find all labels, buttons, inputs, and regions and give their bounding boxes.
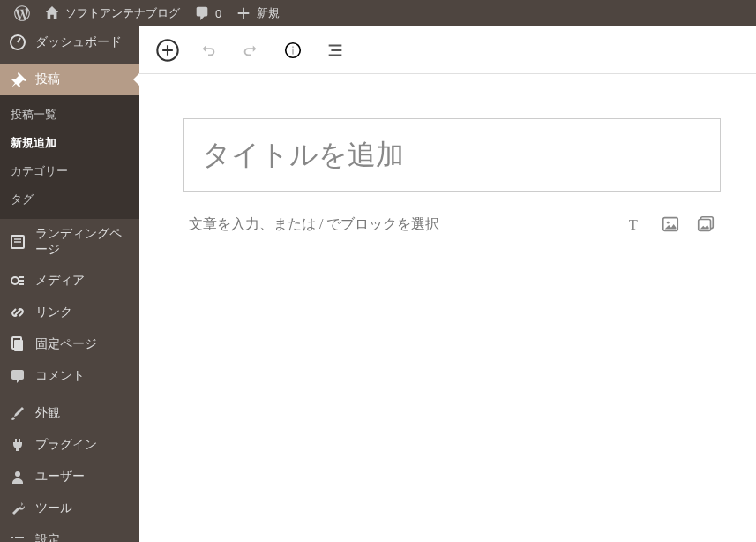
menu-appearance[interactable]: 外観 (0, 397, 139, 429)
new-label: 新規 (257, 5, 280, 21)
gallery-block-icon[interactable] (696, 215, 715, 234)
home-icon (44, 5, 60, 21)
submenu-categories[interactable]: カテゴリー (0, 157, 139, 185)
svg-point-10 (292, 46, 294, 48)
brush-icon (9, 404, 26, 422)
svg-rect-6 (14, 340, 23, 351)
wrench-icon (9, 500, 26, 517)
menu-label: プラグイン (35, 437, 97, 453)
menu-label: ツール (35, 501, 72, 516)
submenu-add-new[interactable]: 新規追加 (0, 129, 139, 157)
comments-link[interactable]: 0 (187, 0, 228, 26)
menu-label: 投稿 (35, 72, 60, 87)
undo-button[interactable] (192, 34, 224, 66)
paragraph-icon[interactable]: T (625, 215, 645, 234)
menu-settings[interactable]: 設定 (0, 524, 139, 542)
pin-icon (9, 71, 26, 88)
menu-label: ランディングページ (35, 226, 131, 258)
plus-icon (236, 5, 251, 21)
menu-links[interactable]: リンク (0, 297, 139, 328)
image-block-icon[interactable] (661, 215, 680, 234)
menu-posts[interactable]: 投稿 (0, 64, 139, 95)
quick-inserter: T (625, 215, 715, 234)
menu-label: メディア (35, 273, 85, 289)
dashboard-icon (9, 34, 26, 51)
link-icon (9, 304, 26, 321)
submenu-all-posts[interactable]: 投稿一覧 (0, 101, 139, 129)
media-icon (9, 272, 26, 290)
svg-rect-11 (292, 49, 294, 55)
settings-icon (9, 531, 26, 542)
add-block-button[interactable] (153, 36, 182, 64)
menu-label: ダッシュボード (35, 34, 122, 50)
post-title-input[interactable] (183, 118, 721, 192)
comment-icon (194, 5, 210, 21)
comment-icon (9, 367, 26, 385)
outline-button[interactable] (319, 34, 351, 66)
svg-point-7 (15, 471, 20, 477)
admin-sidebar: ダッシュボード 投稿 投稿一覧 新規追加 カテゴリー タグ ランディングページ … (0, 26, 139, 542)
svg-point-4 (11, 277, 19, 284)
user-icon (9, 468, 26, 486)
menu-plugins[interactable]: プラグイン (0, 429, 139, 461)
menu-label: ユーザー (35, 469, 85, 485)
editor-body: 文章を入力、または / でブロックを選択 T (139, 74, 756, 542)
svg-point-14 (667, 222, 670, 224)
editor-content: 文章を入力、または / でブロックを選択 T (139, 26, 756, 542)
submenu-tags[interactable]: タグ (0, 185, 139, 214)
menu-label: コメント (35, 368, 85, 384)
admin-bar: ソフトアンテナブログ 0 新規 (0, 0, 756, 26)
posts-submenu: 投稿一覧 新規追加 カテゴリー タグ (0, 95, 139, 219)
pages-icon (9, 335, 26, 353)
menu-tools[interactable]: ツール (0, 493, 139, 524)
page-icon (9, 233, 26, 251)
comments-count: 0 (215, 7, 221, 20)
new-content-link[interactable]: 新規 (228, 0, 287, 26)
svg-text:T: T (629, 216, 638, 233)
menu-label: 固定ページ (35, 336, 97, 352)
plug-icon (9, 436, 26, 454)
info-button[interactable] (277, 34, 309, 66)
site-title: ソフトアンテナブログ (65, 5, 180, 21)
menu-label: リンク (35, 305, 72, 320)
redo-button[interactable] (235, 34, 266, 66)
menu-media[interactable]: メディア (0, 265, 139, 297)
wp-logo-menu[interactable] (7, 0, 37, 26)
menu-users[interactable]: ユーザー (0, 461, 139, 493)
site-link[interactable]: ソフトアンテナブログ (37, 0, 187, 26)
post-body-placeholder[interactable]: 文章を入力、または / でブロックを選択 (189, 215, 439, 234)
menu-label: 外観 (35, 405, 60, 421)
menu-label: 設定 (35, 532, 60, 542)
editor-toolbar (139, 26, 756, 74)
menu-pages[interactable]: 固定ページ (0, 328, 139, 360)
menu-comments[interactable]: コメント (0, 360, 139, 392)
wordpress-icon (14, 5, 30, 21)
menu-dashboard[interactable]: ダッシュボード (0, 26, 139, 58)
menu-landing[interactable]: ランディングページ (0, 219, 139, 265)
